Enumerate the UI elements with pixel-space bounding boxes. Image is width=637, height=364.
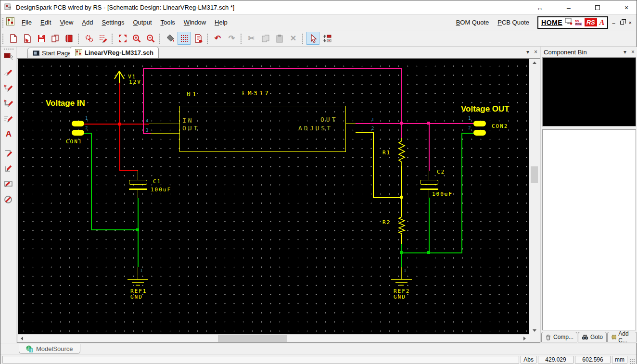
tab-close-icon[interactable]: × (534, 49, 537, 55)
ref2-gnd-symbol[interactable] (391, 279, 412, 287)
home-link[interactable]: HOME (541, 19, 562, 26)
menu-tools[interactable]: Tools (156, 17, 179, 28)
panel-close-icon[interactable]: × (631, 49, 635, 55)
paste-button[interactable] (273, 32, 286, 45)
toolbar-drag-handle-2[interactable] (77, 33, 80, 44)
voltage-out-label[interactable]: Voltage OUT (461, 104, 510, 114)
menu-window[interactable]: Window (179, 17, 210, 28)
vertical-scroll-thumb[interactable] (531, 166, 538, 183)
select-mode-button[interactable] (306, 32, 319, 45)
toggle-interaction-button[interactable] (320, 32, 333, 45)
scroll-right-icon[interactable] (523, 337, 526, 340)
wire-con2-gnd-v[interactable] (461, 133, 462, 253)
wire-gnd1-h[interactable] (91, 229, 139, 230)
ref1-value-label[interactable]: GND (130, 294, 143, 300)
wire-adjust-v[interactable] (373, 132, 374, 198)
technology-button[interactable] (82, 32, 95, 45)
c2-ref-label[interactable]: C2 (437, 169, 445, 175)
zoom-out-button[interactable] (144, 32, 157, 45)
tab-add-component[interactable]: Add C... (607, 332, 637, 342)
con2-pad1[interactable] (473, 121, 486, 126)
component-bin-list[interactable] (542, 129, 636, 330)
r1-ref-label[interactable]: R1 (382, 150, 391, 156)
resize-grip[interactable] (629, 359, 635, 364)
c1-plate-top[interactable] (129, 180, 147, 185)
mdi-minimize-button[interactable]: – (612, 20, 615, 25)
redo-button[interactable]: ↷ (225, 32, 238, 45)
tab-list-dropdown-icon[interactable]: ▾ (526, 49, 529, 55)
sheet-settings-button[interactable] (191, 32, 204, 45)
cut-button[interactable]: ✂ (245, 32, 258, 45)
con2-pad2[interactable] (473, 130, 486, 136)
canvas-horizontal-scrollbar[interactable] (18, 334, 529, 342)
c2-plate-top[interactable] (420, 180, 438, 185)
wire-pin3-stub[interactable] (143, 133, 151, 134)
color-fill-button[interactable] (164, 32, 177, 45)
wire-v1-vertical[interactable] (119, 81, 120, 170)
menu-help[interactable]: Help (210, 17, 232, 28)
panel-dropdown-icon[interactable]: ▾ (624, 49, 626, 55)
tab-document[interactable]: LinearVReg-LM317.sch (70, 47, 159, 58)
new-button[interactable] (7, 32, 20, 45)
wire-ref2-v[interactable] (401, 244, 402, 267)
add-wire-tool[interactable] (2, 66, 15, 79)
close-button[interactable]: × (620, 2, 633, 13)
wire-c1-gnd[interactable] (138, 198, 139, 267)
menu-view[interactable]: View (55, 17, 77, 28)
wire-adjust-h1[interactable] (356, 132, 374, 133)
tab-modelsource[interactable]: ModelSource (19, 344, 80, 354)
wire-gnd2-h[interactable] (401, 252, 462, 253)
grid-toggle-button[interactable] (178, 32, 191, 45)
wire-c2-drop[interactable] (429, 123, 430, 171)
v1-power-symbol[interactable] (113, 70, 126, 83)
wire-con1-gnd-v[interactable] (91, 133, 92, 230)
minimize-button[interactable]: – (562, 2, 575, 13)
u1-ref-label[interactable]: U1 (187, 90, 198, 98)
toolbar-drag-handle-3[interactable] (111, 33, 114, 44)
copy-button[interactable] (259, 32, 272, 45)
grid-edit-button[interactable] (96, 32, 109, 45)
u1-value-label[interactable]: LM317 (242, 89, 270, 97)
menu-pcb-quote[interactable]: PCB Quote (493, 17, 534, 28)
wire-vout[interactable] (356, 123, 474, 124)
dspcb-logo[interactable]: DSPCB (575, 20, 582, 25)
maximize-button[interactable] (591, 2, 604, 13)
menu-add[interactable]: Add (77, 17, 97, 28)
ref2-value-label[interactable]: GND (394, 294, 406, 300)
toolbar-drag-handle-5[interactable] (206, 33, 209, 44)
wire-vin[interactable] (84, 124, 149, 125)
allied-logo[interactable]: A (599, 18, 605, 27)
add-component-tool[interactable] (2, 50, 15, 64)
wire-con2-gnd-h[interactable] (461, 133, 474, 134)
scroll-down-icon[interactable] (533, 329, 536, 332)
c2-value-label[interactable]: 100uF (432, 191, 453, 197)
toolbar-drag-handle-4[interactable] (159, 33, 161, 44)
con1-ref-label[interactable]: CON1 (66, 138, 83, 145)
v1-value-label[interactable]: 12V (129, 79, 141, 85)
wire-adjust-h2[interactable] (373, 197, 402, 198)
tab-goto[interactable]: Goto (578, 332, 607, 342)
menubar-drag-handle[interactable] (2, 17, 4, 28)
libraries-button[interactable] (63, 32, 76, 45)
r2-symbol[interactable] (398, 215, 406, 236)
open-button[interactable] (21, 32, 34, 45)
c1-plate-bottom[interactable] (129, 188, 147, 190)
mdi-close-button[interactable]: × (629, 20, 632, 25)
add-open-shape-tool[interactable] (2, 112, 15, 126)
c2-plate-bottom[interactable] (420, 188, 438, 190)
wire-out-top[interactable] (143, 68, 402, 69)
mdi-restore-button[interactable] (620, 21, 624, 25)
save-button[interactable] (35, 32, 48, 45)
scroll-up-icon[interactable] (533, 62, 536, 64)
c1-ref-label[interactable]: C1 (153, 178, 161, 185)
wire-out-right-drop[interactable] (401, 68, 402, 138)
zoom-in-button[interactable] (130, 32, 143, 45)
monitor-icon[interactable] (565, 18, 573, 27)
r1-symbol[interactable] (398, 138, 406, 166)
menu-edit[interactable]: Edit (36, 17, 55, 28)
wire-c1-top[interactable] (119, 170, 138, 171)
draw-closed-shape-tool[interactable] (2, 162, 15, 176)
ref1-gnd-symbol[interactable] (127, 279, 149, 287)
con1-pad2[interactable] (72, 130, 84, 136)
draw-circle-tool[interactable] (2, 193, 15, 206)
